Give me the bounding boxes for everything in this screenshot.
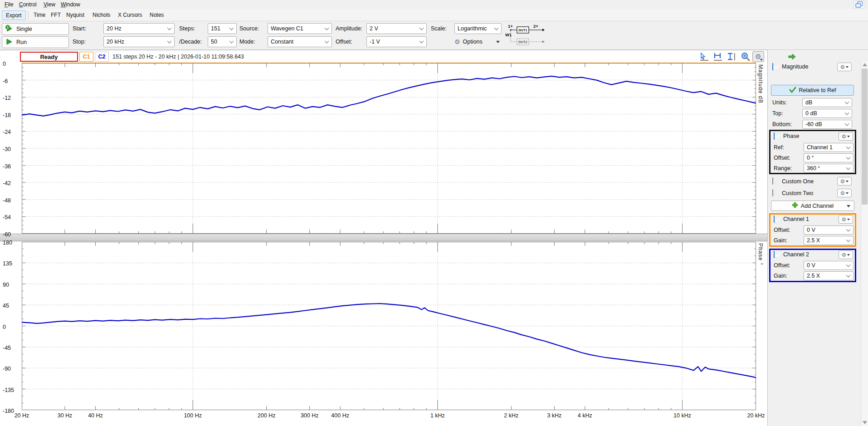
- zoom-icon[interactable]: [740, 51, 751, 62]
- chevron-down-icon: [847, 205, 850, 207]
- chevron-down-icon: [760, 59, 763, 61]
- phase-checkbox[interactable]: [774, 132, 775, 140]
- range-dropdown[interactable]: 360 °: [804, 164, 853, 173]
- channel2-badge[interactable]: C2: [95, 52, 109, 62]
- channel1-badge[interactable]: C1: [79, 52, 93, 62]
- channel2-gain-dropdown[interactable]: 2.5 X: [804, 271, 853, 280]
- panel-scrollbar[interactable]: [861, 61, 868, 426]
- network-analyzer-window: File Control View Window Export Time FFT…: [0, 0, 868, 426]
- menu-file[interactable]: File: [2, 1, 16, 9]
- horizontal-cursors-icon[interactable]: [712, 51, 724, 62]
- single-button[interactable]: 1 Single: [2, 23, 69, 35]
- channel2-gain-label: Gain:: [774, 271, 787, 280]
- menu-control[interactable]: Control: [16, 1, 39, 9]
- chevron-down-icon: [419, 26, 424, 30]
- x-axis-label: 400 Hz: [326, 412, 355, 419]
- chevron-down-icon: [494, 26, 499, 30]
- amplitude-dropdown[interactable]: 2 V: [366, 23, 427, 34]
- mode-dropdown[interactable]: Constant: [268, 36, 332, 47]
- magnitude-plot[interactable]: [22, 63, 756, 234]
- channel2-offset-dropdown[interactable]: 0 V: [804, 261, 853, 270]
- cascade-windows-icon[interactable]: [853, 0, 865, 9]
- units-dropdown[interactable]: dB: [802, 98, 852, 107]
- tab-notes[interactable]: Notes: [146, 10, 167, 20]
- channel1-gear-icon[interactable]: ⚙: [839, 215, 853, 224]
- tab-export[interactable]: Export: [2, 10, 26, 20]
- custom-one-gear-icon[interactable]: ⚙: [837, 177, 852, 186]
- diagram-input-label: 1+: [508, 24, 513, 29]
- plot-splitter-handle[interactable]: [0, 234, 767, 241]
- y-axis-label: -54: [3, 214, 21, 221]
- tab-x-cursors[interactable]: X Cursors: [114, 10, 146, 20]
- source-label: Source:: [239, 23, 259, 34]
- vertical-cursors-icon[interactable]: [726, 51, 737, 62]
- channel2-gear-icon[interactable]: ⚙: [839, 250, 853, 259]
- custom-one-label: Custom One: [782, 178, 814, 185]
- x-axis-label: 2 kHz: [497, 412, 526, 419]
- custom-two-label: Custom Two: [782, 190, 813, 197]
- chevron-down-icon: [496, 41, 500, 43]
- x-axis-label: 10 kHz: [668, 412, 697, 419]
- collapse-panel-icon[interactable]: [788, 54, 796, 61]
- y-axis-label: -12: [3, 94, 21, 102]
- channel1-group-title: Channel 1: [783, 215, 809, 223]
- magnitude-checkbox[interactable]: [772, 63, 773, 70]
- phase-group: Phase ⚙ Ref: Channel 1 Offset: 0 ° Range…: [769, 130, 856, 174]
- top-dropdown[interactable]: 0 dB: [802, 109, 852, 118]
- channel1-gain-dropdown[interactable]: 2.5 X: [804, 236, 853, 245]
- tab-fft[interactable]: FFT: [47, 10, 64, 20]
- plus-icon: [792, 202, 798, 210]
- y-axis-label: -90: [3, 365, 21, 372]
- y-axis-label: -18: [3, 112, 21, 119]
- channel1-offset-dropdown[interactable]: 0 V: [804, 225, 853, 235]
- view-tabbar: Export Time FFT Nyquist Nichols X Cursor…: [0, 9, 868, 21]
- channel1-group: Channel 1 ⚙ Offset: 0 V Gain: 2.5 X: [769, 213, 856, 247]
- single-button-label: Single: [16, 26, 32, 32]
- source-dropdown[interactable]: Wavegen C1: [268, 23, 332, 34]
- custom-one-row: Custom One ⚙: [768, 177, 858, 187]
- tab-nyquist[interactable]: Nyquist: [63, 10, 88, 20]
- y-axis-label: -45: [3, 344, 21, 352]
- plot-settings-icon[interactable]: ⚙: [752, 51, 764, 62]
- steps-dropdown[interactable]: 151: [208, 23, 237, 34]
- diagram-dut2-label: DUT2: [518, 40, 527, 44]
- run-button[interactable]: Run: [2, 36, 69, 48]
- menu-view[interactable]: View: [41, 1, 58, 9]
- scrollbar-thumb[interactable]: [862, 69, 868, 205]
- magnitude-group: Magnitude ⚙ Relative to Ref Units: dB To…: [768, 63, 858, 131]
- custom-two-gear-icon[interactable]: ⚙: [837, 189, 852, 197]
- options-dropdown[interactable]: ⚙ Options: [454, 36, 502, 47]
- sweep-info-text: 151 steps 20 Hz - 20 kHz | 2026-01-10 11…: [112, 52, 244, 62]
- per-decade-dropdown[interactable]: 50: [208, 36, 237, 47]
- phase-gear-icon[interactable]: ⚙: [839, 132, 853, 141]
- channel2-checkbox[interactable]: [774, 251, 775, 258]
- stop-dropdown[interactable]: 20 kHz: [103, 36, 175, 47]
- channel2-group-title: Channel 2: [783, 251, 809, 258]
- scale-dropdown[interactable]: Logarithmic: [454, 23, 502, 34]
- plot-border: [22, 64, 756, 234]
- tab-time[interactable]: Time: [30, 10, 49, 20]
- custom-one-checkbox[interactable]: [772, 177, 773, 185]
- offset-dropdown[interactable]: -1 V: [366, 36, 427, 47]
- start-dropdown[interactable]: 20 Hz: [103, 23, 175, 34]
- track-cursor-icon[interactable]: [698, 51, 710, 62]
- y-axis-label: 180: [3, 239, 21, 246]
- phase-plot[interactable]: [22, 242, 756, 410]
- tabbar-separator: [28, 11, 29, 20]
- menu-window[interactable]: Window: [58, 1, 83, 9]
- custom-two-checkbox[interactable]: [772, 189, 773, 196]
- add-channel-button[interactable]: Add Channel: [771, 201, 854, 211]
- data-trace: [22, 304, 756, 378]
- tab-nichols[interactable]: Nichols: [89, 10, 114, 20]
- scroll-up-icon[interactable]: [863, 63, 867, 66]
- play-run-icon: [5, 38, 13, 47]
- phase-offset-dropdown[interactable]: 0 °: [804, 153, 853, 162]
- relative-to-ref-button[interactable]: Relative to Ref: [771, 85, 854, 96]
- bottom-dropdown[interactable]: -60 dB: [802, 120, 852, 129]
- scroll-down-icon[interactable]: [863, 421, 867, 424]
- bottom-label: Bottom:: [772, 120, 792, 129]
- magnitude-gear-icon[interactable]: ⚙: [837, 63, 852, 71]
- ref-dropdown[interactable]: Channel 1: [804, 143, 853, 152]
- amplitude-label: Amplitude:: [336, 23, 362, 34]
- channel1-checkbox[interactable]: [774, 215, 775, 223]
